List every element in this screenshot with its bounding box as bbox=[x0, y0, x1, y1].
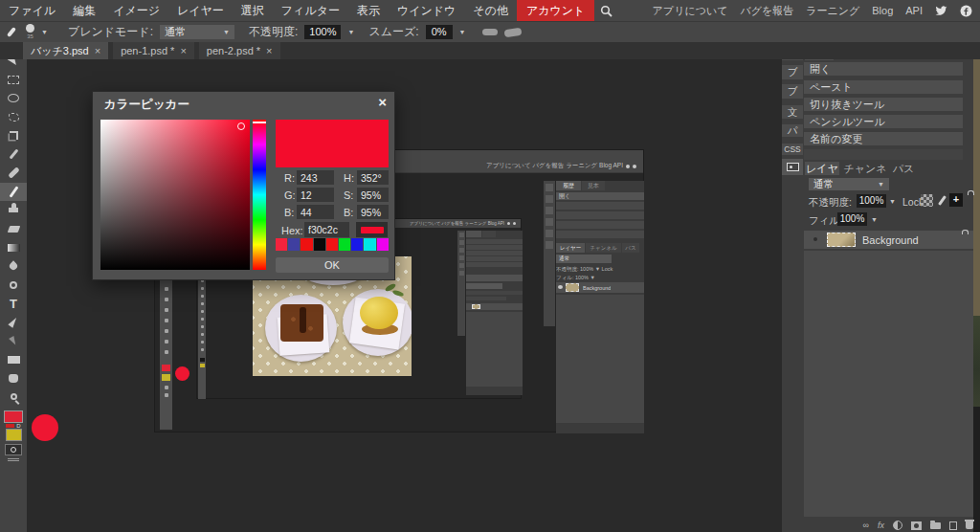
tab-brush[interactable]: ブ bbox=[782, 65, 803, 79]
crop-tool[interactable] bbox=[0, 126, 27, 145]
history-item[interactable]: 切り抜きツール bbox=[804, 98, 963, 111]
link-layers-icon[interactable]: ∞ bbox=[863, 521, 869, 530]
menu-file[interactable]: ファイル bbox=[0, 0, 64, 21]
path-select-tool[interactable] bbox=[0, 332, 27, 351]
gradient-tool[interactable] bbox=[0, 238, 27, 257]
tab-paths[interactable]: パス bbox=[891, 162, 916, 175]
blur-tool[interactable] bbox=[0, 257, 27, 277]
brush-tool-selected[interactable] bbox=[0, 183, 27, 202]
layer-thumbnail[interactable] bbox=[827, 233, 856, 247]
g-input[interactable] bbox=[297, 188, 334, 202]
swatch[interactable] bbox=[301, 238, 312, 251]
menu-layer[interactable]: レイヤー bbox=[168, 0, 233, 21]
history-item[interactable]: ペースト bbox=[804, 80, 963, 94]
new-group-icon[interactable] bbox=[930, 522, 941, 529]
hex-input[interactable] bbox=[304, 222, 349, 237]
blend-mode-select[interactable]: 通常 ▼ bbox=[160, 25, 234, 39]
tab-css[interactable]: CSS bbox=[782, 144, 803, 155]
smooth-caret[interactable]: ▼ bbox=[459, 29, 466, 35]
v-input[interactable] bbox=[357, 205, 389, 219]
object-select-tool[interactable] bbox=[0, 108, 27, 127]
menu-filter[interactable]: フィルター bbox=[273, 0, 348, 21]
foreground-color-swatch[interactable] bbox=[4, 410, 23, 423]
close-icon[interactable]: × bbox=[378, 94, 387, 110]
heal-tool[interactable] bbox=[0, 164, 27, 183]
zoom-tool[interactable] bbox=[0, 388, 27, 407]
menu-window[interactable]: ウインドウ bbox=[389, 0, 464, 21]
hue-slider[interactable] bbox=[253, 120, 266, 270]
lock-position-icon[interactable]: + bbox=[949, 193, 963, 207]
type-tool[interactable]: T bbox=[0, 295, 27, 314]
tab-paragraph[interactable]: パ bbox=[782, 124, 803, 137]
tab-character[interactable]: 文 bbox=[782, 105, 803, 119]
menu-select[interactable]: 選択 bbox=[233, 0, 273, 21]
facebook-icon[interactable] bbox=[960, 5, 972, 17]
link-learning[interactable]: ラーニング bbox=[806, 4, 859, 18]
adjustment-layer-icon[interactable] bbox=[893, 521, 902, 530]
b-input[interactable] bbox=[297, 205, 334, 219]
eraser-tool[interactable] bbox=[0, 220, 27, 239]
tab-pen2[interactable]: pen-2.psd * × bbox=[199, 42, 280, 59]
new-layer-icon[interactable] bbox=[949, 521, 957, 530]
tab-pen1[interactable]: pen-1.psd * × bbox=[113, 42, 194, 59]
r-input[interactable] bbox=[297, 170, 334, 185]
layer-mask-icon[interactable] bbox=[911, 521, 922, 530]
fill-caret[interactable]: ▼ bbox=[871, 216, 878, 223]
search-icon[interactable] bbox=[600, 5, 612, 17]
stroke-taper-icon[interactable] bbox=[503, 27, 522, 36]
swatch[interactable] bbox=[351, 238, 363, 251]
eyedropper-tool[interactable] bbox=[0, 145, 27, 165]
close-icon[interactable]: × bbox=[266, 45, 272, 56]
swatch[interactable] bbox=[314, 238, 325, 251]
swatch[interactable] bbox=[377, 238, 389, 251]
swatch[interactable] bbox=[326, 238, 338, 251]
history-item[interactable]: 開く bbox=[804, 62, 963, 76]
layer-opacity-field[interactable]: 100% bbox=[857, 194, 886, 208]
swatch[interactable] bbox=[276, 238, 287, 251]
close-icon[interactable]: × bbox=[180, 45, 186, 56]
stroke-smoothing-icon[interactable] bbox=[482, 29, 498, 35]
tab-brush2[interactable]: ブ bbox=[782, 84, 803, 99]
swatch[interactable] bbox=[364, 238, 375, 251]
hand-tool[interactable] bbox=[0, 369, 27, 388]
hue-marker[interactable] bbox=[253, 122, 266, 123]
menu-image[interactable]: イメージ bbox=[104, 0, 168, 21]
tab-batch3[interactable]: バッチ3.psd × bbox=[23, 42, 108, 59]
background-color-swatch[interactable] bbox=[6, 429, 22, 441]
layer-effects-icon[interactable]: fx bbox=[878, 521, 884, 530]
brush-dropdown-caret[interactable]: ▼ bbox=[41, 29, 48, 35]
history-item-empty[interactable] bbox=[804, 149, 963, 160]
clone-stamp-tool[interactable] bbox=[0, 201, 27, 220]
history-item[interactable]: ペンシルツール bbox=[804, 115, 963, 128]
quick-mask-icon[interactable] bbox=[5, 444, 22, 455]
account-button[interactable]: アカウント bbox=[517, 0, 594, 21]
history-item[interactable]: 名前の変更 bbox=[804, 132, 963, 145]
dodge-tool[interactable] bbox=[0, 276, 27, 295]
marquee-tool[interactable] bbox=[0, 71, 27, 90]
menu-edit[interactable]: 編集 bbox=[64, 0, 104, 21]
s-input[interactable] bbox=[357, 188, 389, 202]
lasso-tool[interactable] bbox=[0, 89, 27, 108]
smooth-field[interactable]: 0% bbox=[426, 25, 453, 39]
h-input[interactable] bbox=[357, 170, 389, 185]
opacity-field[interactable]: 100% bbox=[304, 25, 341, 39]
tab-image[interactable] bbox=[782, 159, 803, 175]
sv-marker[interactable] bbox=[237, 122, 245, 130]
swatch[interactable] bbox=[339, 238, 350, 251]
saturation-value-field[interactable] bbox=[100, 120, 250, 270]
layer-blend-select[interactable]: 通常 ▼ bbox=[809, 178, 889, 190]
menu-view[interactable]: 表示 bbox=[348, 0, 389, 21]
lock-transparency-icon[interactable] bbox=[921, 194, 933, 207]
swatch[interactable] bbox=[288, 238, 300, 251]
delete-layer-icon[interactable] bbox=[966, 521, 973, 529]
tab-channels[interactable]: チャンネル bbox=[841, 162, 889, 175]
link-blog[interactable]: Blog bbox=[872, 5, 893, 16]
close-icon[interactable]: × bbox=[95, 45, 100, 56]
link-about[interactable]: アプリについて bbox=[653, 4, 728, 18]
tab-layers[interactable]: レイヤー bbox=[805, 162, 839, 175]
brush-preview-icon[interactable]: 35 bbox=[26, 24, 34, 40]
link-report-bug[interactable]: バグを報告 bbox=[740, 4, 793, 18]
fill-field[interactable]: 100% bbox=[837, 212, 867, 226]
twitter-icon[interactable] bbox=[935, 5, 947, 17]
shape-tool[interactable] bbox=[0, 350, 27, 369]
